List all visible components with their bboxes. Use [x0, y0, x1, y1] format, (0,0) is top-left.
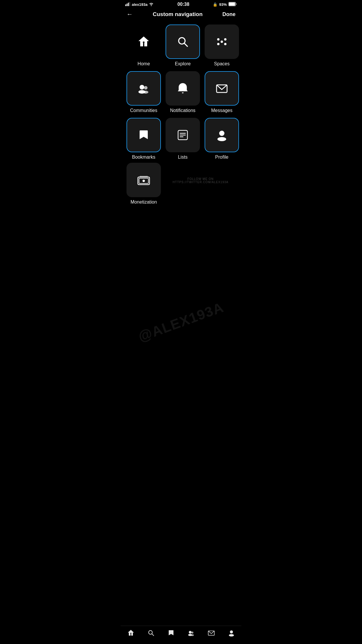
svg-point-7: [143, 41, 145, 43]
nav-item-spaces-label: Spaces: [214, 61, 229, 66]
lists-icon: [176, 128, 190, 142]
nav-item-monetization-box: [126, 163, 161, 197]
svg-point-24: [219, 131, 224, 136]
search-icon: [176, 35, 190, 49]
nav-item-monetization-label: Monetization: [131, 200, 157, 205]
nav-item-communities-box: [126, 71, 161, 106]
battery-label: 93%: [219, 2, 227, 7]
lock-icon: 🔒: [213, 2, 217, 7]
follow-me-container: FOLLOW ME ON HTTPS://TWITTER.COM/ALEX193…: [166, 163, 236, 184]
bookmark-icon: [137, 128, 151, 142]
bell-icon: [176, 81, 190, 95]
follow-me-text: FOLLOW ME ON HTTPS://TWITTER.COM/ALEX193…: [166, 177, 236, 184]
svg-point-10: [221, 41, 223, 43]
nav-item-lists-label: Lists: [178, 155, 188, 160]
svg-rect-3: [129, 2, 130, 6]
svg-rect-6: [229, 2, 235, 6]
home-icon: [137, 35, 151, 49]
nav-item-profile-box: [205, 118, 239, 152]
status-right: 🔒 93%: [213, 2, 237, 7]
nav-item-explore[interactable]: Explore: [166, 24, 200, 66]
nav-item-bookmarks[interactable]: Bookmarks: [126, 118, 161, 160]
money-icon: [137, 173, 151, 187]
back-button[interactable]: ←: [126, 10, 133, 18]
svg-point-25: [217, 137, 226, 141]
svg-point-18: [143, 91, 148, 94]
svg-point-12: [224, 38, 226, 41]
svg-rect-5: [236, 3, 237, 5]
nav-item-messages[interactable]: Messages: [205, 71, 239, 113]
nav-item-profile[interactable]: Profile: [205, 118, 239, 160]
nav-item-bookmarks-label: Bookmarks: [132, 155, 155, 160]
nav-item-notifications-box: [166, 71, 200, 106]
nav-item-profile-label: Profile: [215, 155, 228, 160]
status-left: alex193a: [125, 2, 154, 7]
status-bar: alex193a 00:38 🔒 93%: [121, 0, 241, 8]
done-button[interactable]: Done: [222, 11, 236, 18]
header: ← Custom navigation Done: [121, 8, 241, 22]
extra-row: Monetization FOLLOW ME ON HTTPS://TWITTE…: [121, 163, 241, 234]
svg-rect-2: [128, 3, 129, 6]
nav-item-lists-box: [166, 118, 200, 152]
nav-item-monetization[interactable]: Monetization: [126, 163, 161, 205]
svg-point-14: [224, 43, 226, 45]
nav-grid: Home Explore Spaces: [121, 22, 241, 163]
svg-point-28: [143, 180, 145, 182]
nav-item-communities[interactable]: Communities: [126, 71, 161, 113]
communities-icon: [137, 81, 151, 95]
nav-item-home-label: Home: [138, 61, 150, 66]
battery-icon: [229, 2, 237, 7]
svg-rect-29: [140, 176, 148, 177]
nav-item-messages-box: [205, 71, 239, 106]
svg-rect-1: [127, 4, 128, 6]
nav-item-messages-label: Messages: [211, 108, 233, 113]
svg-point-13: [217, 43, 219, 45]
spaces-icon: [215, 35, 229, 49]
svg-point-16: [144, 86, 147, 90]
signal-icon: [125, 2, 131, 7]
nav-item-notifications[interactable]: Notifications: [166, 71, 200, 113]
time-label: 00:38: [178, 2, 189, 7]
nav-item-home-box: [126, 24, 161, 59]
mail-icon: [215, 81, 229, 95]
svg-rect-0: [125, 4, 126, 6]
nav-item-notifications-label: Notifications: [170, 108, 195, 113]
nav-item-lists[interactable]: Lists: [166, 118, 200, 160]
svg-point-15: [140, 85, 144, 90]
carrier-label: alex193a: [132, 2, 147, 7]
nav-item-bookmarks-box: [126, 118, 161, 152]
svg-point-11: [217, 38, 219, 41]
nav-item-communities-label: Communities: [130, 108, 157, 113]
nav-item-explore-box: [166, 24, 200, 59]
nav-item-explore-label: Explore: [175, 61, 191, 66]
nav-item-home[interactable]: Home: [126, 24, 161, 66]
nav-item-spaces[interactable]: Spaces: [205, 24, 239, 66]
nav-item-spaces-box: [205, 24, 239, 59]
svg-line-9: [184, 43, 188, 47]
wifi-icon: [149, 2, 154, 7]
page-title: Custom navigation: [153, 11, 203, 18]
profile-icon: [215, 128, 229, 142]
